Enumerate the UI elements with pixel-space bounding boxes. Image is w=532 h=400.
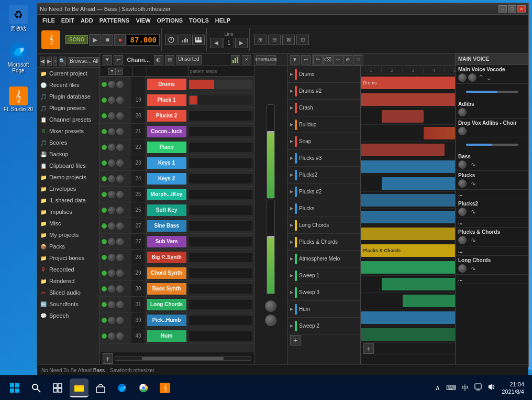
ch-pan-pickhumb[interactable]	[116, 317, 124, 324]
tray-keyboard[interactable]: ⌨	[445, 383, 458, 393]
chrome-taskbar-btn[interactable]	[134, 379, 153, 397]
ch-solo[interactable]: ↩	[116, 68, 123, 75]
ch-pad[interactable]	[189, 95, 197, 105]
ch-pan-drums[interactable]	[116, 81, 124, 88]
desktop-icon-recycle[interactable]: ♻ 回收站	[3, 5, 34, 33]
ch-name-basssynth[interactable]: Bass Synth	[147, 283, 186, 295]
sidebar-item-soundfonts[interactable]: 🔤 Soundfonts	[37, 298, 99, 310]
ch-name-pluck1[interactable]: Pluck 1	[147, 94, 186, 106]
ch-toolbar-undo[interactable]: ↩	[114, 55, 123, 64]
ch-vol-basssynth[interactable]	[108, 285, 115, 293]
voice-item-dropvox[interactable]: Drop Vox Adlibs - Choir	[456, 118, 528, 137]
ch-name-hum[interactable]: Hum	[147, 330, 186, 342]
pl-eraser-btn[interactable]: ⌫	[323, 55, 332, 64]
ch-name-subvers[interactable]: Sub Vers	[147, 236, 186, 247]
tb-block-sweep2[interactable]	[361, 328, 465, 341]
channel-add-btn[interactable]: +	[103, 353, 113, 364]
ch-name-keys1[interactable]: Keys 1	[147, 157, 186, 169]
sidebar-item-my-projects[interactable]: 📁 My projects	[37, 229, 99, 241]
search-btn[interactable]	[27, 379, 46, 397]
vol-fader2[interactable]	[267, 200, 275, 294]
ch-led-chordsynth[interactable]	[102, 271, 107, 276]
ch-name-chordsynth[interactable]: Chord Synth	[147, 267, 186, 279]
ch-name-longchords[interactable]: Long Chords	[147, 299, 186, 310]
pl-select-btn[interactable]: ⊹	[333, 55, 342, 64]
play-button[interactable]: ▶	[89, 34, 101, 46]
tb-add-btn[interactable]: +	[363, 343, 374, 354]
pl-track-snap[interactable]: ▶ Snap	[287, 133, 360, 150]
ch-led-cocon[interactable]	[102, 129, 107, 134]
ch-pattern-keys1[interactable]	[189, 158, 252, 168]
grid-btn2[interactable]: ⊟	[268, 35, 281, 45]
ch-led-sinebass[interactable]	[102, 223, 107, 229]
sidebar-item-plugin-database[interactable]: 🎵 Plugin database	[37, 91, 99, 102]
sidebar-item-clipboard-files[interactable]: 📋 Clipboard files	[37, 160, 99, 171]
v-knob-bass[interactable]	[458, 160, 467, 169]
ch-name-drums[interactable]: Drums	[147, 79, 186, 90]
ch-vol-bigpsynth[interactable]	[108, 254, 115, 261]
menu-patterns[interactable]: PATTERNS	[97, 16, 132, 25]
ch-led-subvers[interactable]	[102, 239, 107, 244]
ch-toolbar-mute[interactable]: ◐	[154, 55, 163, 64]
ch-name-sinebass[interactable]: Sine Bass	[147, 220, 186, 232]
pl-track-longchords[interactable]: ▶ Long Chords	[287, 217, 360, 234]
sidebar-item-il-shared[interactable]: 📁 IL shared data	[37, 194, 99, 206]
vol-fader1[interactable]	[267, 104, 275, 199]
pl-track-crash[interactable]: ▶ Crash	[287, 100, 360, 116]
ch-name-plucks2[interactable]: Plucks 2	[147, 110, 186, 122]
send-knob1[interactable]	[265, 300, 276, 312]
ch-vol-plucks2[interactable]	[108, 112, 115, 120]
sidebar-item-packs[interactable]: 📦 Packs	[37, 241, 99, 252]
ch-pan-keys1[interactable]	[116, 159, 124, 167]
ch-vol-keys1[interactable]	[108, 159, 115, 167]
pl-undo-btn[interactable]: ↩	[301, 55, 311, 64]
sidebar-item-project-bones[interactable]: 📁 Project bones	[37, 252, 99, 264]
tray-speaker[interactable]	[486, 382, 496, 393]
edge-taskbar-btn[interactable]	[113, 379, 131, 397]
ch-pan-pluck1[interactable]	[116, 96, 124, 104]
ch-name-bigpsynth[interactable]: Big P..Synth	[147, 252, 186, 263]
grid-btn4[interactable]: ⊡	[296, 35, 309, 45]
line-right-btn[interactable]: ▶	[235, 38, 248, 48]
pl-track-plucks[interactable]: ▶ Plucks	[287, 200, 360, 217]
pl-track-buildup[interactable]: ▶ Buildup	[287, 116, 360, 133]
pl-track-sweep1[interactable]: ▶ Sweep 1	[287, 267, 360, 284]
sidebar-item-channel-presets[interactable]: 📋 Channel presets	[37, 114, 99, 125]
ch-pattern-hum[interactable]	[189, 331, 252, 341]
ch-vol-subvers[interactable]	[108, 238, 115, 245]
ch-pan-piano[interactable]	[116, 144, 124, 151]
record-button[interactable]: ●	[114, 34, 126, 46]
pl-menu-btn[interactable]: ▼	[290, 55, 300, 64]
menu-help[interactable]: HELP	[213, 16, 233, 25]
task-view-btn[interactable]	[48, 379, 67, 397]
tb-block-crash[interactable]	[382, 110, 424, 123]
ch-vol-drums[interactable]	[108, 81, 115, 88]
song-button[interactable]: SONG	[65, 35, 88, 44]
ch-vol-pickhumb[interactable]	[108, 317, 115, 324]
v-knob-dropvox[interactable]	[458, 127, 467, 135]
ch-vol-pluck1[interactable]	[108, 96, 115, 104]
ch-pan-plucks2[interactable]	[116, 112, 124, 120]
ch-led-bigpsynth[interactable]	[102, 255, 107, 260]
ch-led-keys2[interactable]	[102, 176, 107, 181]
ch-pan-chordsynth[interactable]	[116, 269, 124, 277]
sidebar-item-recent-files[interactable]: 🕒 Recent files	[37, 79, 99, 91]
ch-pattern-longchords[interactable]	[189, 300, 252, 309]
fader-step-btn[interactable]: STEP	[256, 55, 265, 64]
ch-vol-longchords[interactable]	[108, 301, 115, 308]
v-knob-main-1[interactable]	[458, 73, 467, 82]
pl-track-drums2[interactable]: ▶ Drums #2	[287, 83, 360, 100]
voice-item-dots3[interactable]: ...	[456, 246, 528, 256]
sidebar-item-scores[interactable]: 🎵 Scores	[37, 137, 99, 148]
menu-view[interactable]: VIEW	[133, 16, 153, 25]
sidebar-item-impulses[interactable]: 📁 Impulses	[37, 206, 99, 218]
v-knob-pluckschords[interactable]	[458, 236, 467, 244]
menu-options[interactable]: OPTIONS	[154, 16, 186, 25]
sidebar-item-mixer-presets[interactable]: 🎚 Mixer presets	[37, 125, 99, 137]
ch-pattern-sinebass[interactable]	[189, 221, 252, 231]
ch-pattern-plucks2[interactable]	[189, 111, 252, 121]
v-knob-longchords[interactable]	[458, 264, 467, 273]
voice-item-plucks[interactable]: Plucks ∿	[456, 171, 528, 190]
ch-pan-keys2[interactable]	[116, 175, 124, 182]
ch-sort-dropdown[interactable]: Unsorted	[176, 55, 202, 64]
